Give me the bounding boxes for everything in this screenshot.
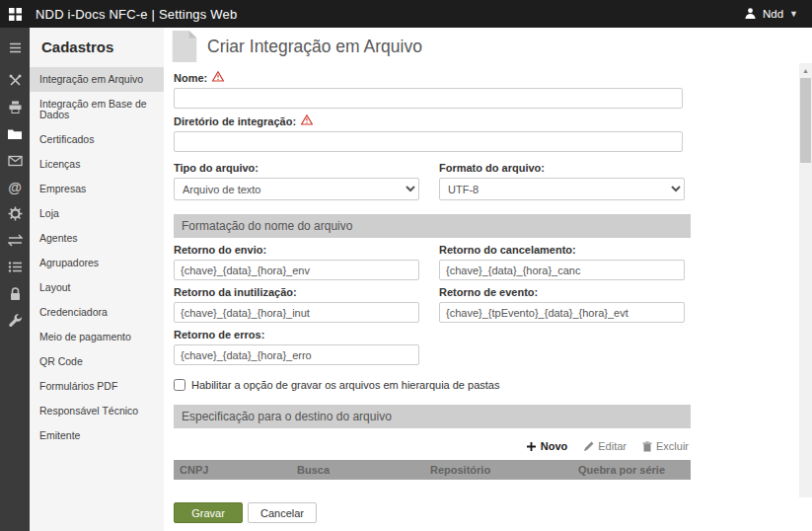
formato-arquivo-label: Formato do arquivo: — [439, 162, 545, 174]
nome-label: Nome: — [174, 72, 207, 84]
sidebar-item-meio-de-pagamento[interactable]: Meio de pagamento — [30, 325, 164, 349]
hierarquia-checkbox[interactable] — [174, 379, 185, 391]
mail-icon[interactable] — [0, 147, 30, 174]
chevron-down-icon: ▼ — [789, 9, 798, 19]
main-panel: Criar Integração em Arquivo Nome: Diretó… — [164, 28, 812, 531]
sidebar-heading: Cadastros — [30, 28, 164, 67]
sidebar-item-qr-code[interactable]: QR Code — [30, 349, 164, 374]
novo-button-label: Novo — [541, 440, 568, 452]
menu-icon[interactable] — [0, 35, 30, 61]
gear-icon[interactable] — [0, 200, 30, 227]
excluir-button[interactable]: Excluir — [642, 440, 689, 452]
sidebar-item-loja[interactable]: Loja — [30, 201, 164, 226]
cancelar-button[interactable]: Cancelar — [248, 502, 317, 523]
col-repositorio: Repositório — [430, 464, 578, 476]
lock-icon[interactable] — [0, 280, 30, 307]
wrench-icon[interactable] — [0, 307, 30, 334]
gravar-button[interactable]: Gravar — [174, 502, 243, 523]
transfer-icon[interactable] — [0, 227, 30, 254]
sidebar-item-certificados[interactable]: Certificados — [30, 127, 164, 152]
destination-table-header: CNPJ Busca Repositório Quebra por série — [174, 460, 691, 480]
sidebar-item-credenciadora[interactable]: Credenciadora — [30, 300, 164, 325]
list-icon[interactable] — [0, 254, 30, 280]
tipo-arquivo-label: Tipo do arquivo: — [174, 162, 258, 174]
form-area: Nome: Diretório de integração: Tipo do a… — [164, 63, 812, 497]
sidebar-item-integracao-em-arquivo[interactable]: Integração em Arquivo — [30, 67, 164, 92]
retorno-evento-label: Retorno de evento: — [439, 286, 538, 298]
form-footer: Gravar Cancelar — [164, 497, 812, 531]
scrollbar-thumb[interactable] — [800, 78, 811, 163]
user-menu[interactable]: Ndd ▼ — [730, 0, 812, 28]
warning-icon — [301, 114, 313, 127]
section-formatacao-heading: Formatação do nome do arquivo — [174, 214, 691, 238]
excluir-button-label: Excluir — [656, 440, 689, 452]
col-cnpj: CNPJ — [174, 464, 297, 476]
diretorio-label: Diretório de integração: — [174, 115, 296, 127]
grid-toolbar: Novo Editar Excluir — [174, 428, 691, 460]
col-busca: Busca — [297, 464, 430, 476]
document-icon — [170, 30, 199, 65]
sidebar-item-agrupadores[interactable]: Agrupadores — [30, 251, 164, 275]
sidebar-item-layout[interactable]: Layout — [30, 275, 164, 300]
sidebar-item-licencas[interactable]: Licenças — [30, 152, 164, 177]
app-title: NDD i-Docs NFC-e | Settings Web — [36, 7, 237, 22]
section-especificacao-heading: Especificação para o destino do arquivo — [174, 405, 691, 428]
apps-grid-icon[interactable] — [0, 0, 30, 28]
col-quebra-por-serie: Quebra por série — [578, 464, 691, 476]
printer-icon[interactable] — [0, 94, 30, 120]
retorno-erros-input[interactable] — [174, 344, 419, 365]
retorno-inutilizacao-label: Retorno da inutilização: — [174, 286, 297, 298]
editar-button-label: Editar — [598, 440, 627, 452]
scroll-up-icon[interactable]: ▲ — [799, 63, 812, 77]
retorno-evento-input[interactable] — [439, 302, 685, 323]
at-icon[interactable]: @ — [0, 174, 30, 200]
retorno-cancelamento-input[interactable] — [439, 260, 685, 280]
tools-icon[interactable] — [0, 67, 30, 94]
sidebar: Cadastros Integração em Arquivo Integraç… — [30, 28, 164, 531]
sidebar-item-emitente[interactable]: Emitente — [30, 423, 164, 448]
user-icon — [744, 7, 757, 22]
retorno-inutilizacao-input[interactable] — [174, 302, 419, 323]
sidebar-item-formularios-pdf[interactable]: Formulários PDF — [30, 374, 164, 399]
sidebar-item-responsavel-tecnico[interactable]: Responsável Técnico — [30, 399, 164, 423]
sidebar-item-empresas[interactable]: Empresas — [30, 177, 164, 201]
sidebar-item-integracao-em-base-de-dados[interactable]: Integração em Base de Dados — [30, 92, 164, 127]
retorno-envio-label: Retorno do envio: — [174, 244, 266, 256]
topbar: NDD i-Docs NFC-e | Settings Web Ndd ▼ — [0, 0, 812, 28]
retorno-envio-input[interactable] — [174, 260, 419, 280]
nome-input[interactable] — [174, 88, 683, 109]
page-header: Criar Integração em Arquivo — [164, 28, 812, 61]
formato-arquivo-select[interactable]: UTF-8 — [439, 178, 685, 200]
user-name: Ndd — [763, 8, 783, 20]
warning-icon — [212, 71, 224, 84]
retorno-erros-label: Retorno de erros: — [174, 329, 264, 341]
editar-button[interactable]: Editar — [583, 440, 627, 452]
sidebar-item-agentes[interactable]: Agentes — [30, 226, 164, 251]
icon-rail: @ — [0, 28, 30, 531]
novo-button[interactable]: Novo — [526, 440, 568, 452]
page-title: Criar Integração em Arquivo — [207, 37, 422, 57]
vertical-scrollbar[interactable]: ▲ ▼ — [799, 63, 812, 519]
tipo-arquivo-select[interactable]: Arquivo de texto — [174, 178, 419, 200]
diretorio-input[interactable] — [174, 131, 683, 152]
hierarquia-checkbox-label: Habilitar a opção de gravar os arquivos … — [191, 379, 499, 391]
retorno-cancelamento-label: Retorno do cancelamento: — [439, 244, 576, 256]
folder-icon[interactable] — [0, 120, 30, 147]
